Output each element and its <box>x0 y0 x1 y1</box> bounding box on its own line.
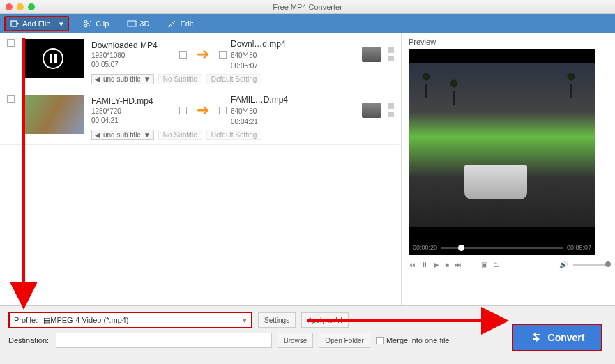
profile-label: Profile: <box>14 316 38 324</box>
mid-checkbox[interactable] <box>179 51 187 59</box>
add-file-button[interactable]: Add File ▾ <box>4 16 69 31</box>
subtitle-option[interactable]: No Subtitle <box>158 74 202 84</box>
main-toolbar: Add File ▾ Clip 3D Edit <box>0 14 615 33</box>
volume-slider[interactable] <box>573 264 608 266</box>
preview-label: Preview <box>409 38 608 46</box>
move-up-icon[interactable] <box>388 47 394 53</box>
video-thumbnail[interactable] <box>22 95 84 134</box>
convert-icon <box>530 331 542 345</box>
window-controls <box>6 3 35 10</box>
arrow-right-icon: ➔ <box>197 101 209 119</box>
input-filename: FAMILY-HD.mp4 <box>91 96 175 106</box>
add-file-icon <box>10 19 20 29</box>
subtitle-option[interactable]: No Subtitle <box>158 130 202 140</box>
file-list: Downloaded MP4 1920*1080 00:05:07 ➔ Down… <box>0 33 402 305</box>
svg-rect-3 <box>128 21 136 26</box>
threed-icon <box>127 19 137 29</box>
output-filename: Downl…d.mp4 <box>231 39 314 49</box>
mid-checkbox[interactable] <box>179 107 187 114</box>
scissors-icon <box>83 19 93 29</box>
item-checkbox[interactable] <box>7 39 15 47</box>
input-resolution: 1920*1080 <box>91 52 175 59</box>
mid-checkbox[interactable] <box>219 51 227 59</box>
output-duration: 00:05:07 <box>231 62 314 70</box>
maximize-icon[interactable] <box>28 3 35 10</box>
list-item[interactable]: FAMILY-HD.mp4 1280*720 00:04:21 ➔ FAMIL…… <box>0 89 401 145</box>
edit-button[interactable]: Edit <box>163 16 197 31</box>
settings-button[interactable]: Settings <box>258 312 296 328</box>
clip-button[interactable]: Clip <box>79 16 113 31</box>
output-filename: FAMIL…D.mp4 <box>231 95 314 105</box>
profile-format-icon: ▤ <box>43 316 50 325</box>
arrow-right-icon: ➔ <box>197 45 209 63</box>
snapshot-icon[interactable]: ▣ <box>481 261 487 268</box>
preview-video[interactable]: 00:00:20 00:05:07 <box>409 49 595 255</box>
output-resolution: 640*480 <box>231 107 314 115</box>
move-up-icon[interactable] <box>388 103 394 109</box>
input-duration: 00:04:21 <box>91 116 175 124</box>
subtitle-dropdown[interactable]: ◀ und sub title ▼ <box>91 74 154 84</box>
format-icon[interactable] <box>362 47 381 62</box>
chevron-down-icon: ▾ <box>243 316 247 325</box>
profile-dropdown[interactable]: Profile: ▤ MPEG-4 Video (*.mp4) ▾ <box>8 312 252 328</box>
svg-rect-0 <box>11 21 17 26</box>
open-folder-button[interactable]: Open Folder <box>319 333 370 348</box>
input-filename: Downloaded MP4 <box>91 40 175 50</box>
preview-panel: Preview 00:00:20 00:05:07 ⏮ ⏸ ▶ ■ ⏭ ▣ 🗀 <box>402 33 615 305</box>
threed-button[interactable]: 3D <box>123 16 153 31</box>
minimize-icon[interactable] <box>17 3 24 10</box>
add-file-dropdown-icon[interactable]: ▾ <box>56 20 63 29</box>
merge-label: Merge into one file <box>386 336 450 344</box>
merge-checkbox[interactable] <box>376 337 384 344</box>
edit-label: Edit <box>180 20 193 28</box>
video-thumbnail[interactable] <box>22 39 84 78</box>
apply-all-button[interactable]: Apply to All <box>301 312 348 328</box>
close-icon[interactable] <box>6 3 13 10</box>
output-resolution: 640*480 <box>231 52 314 59</box>
browse-button[interactable]: Browse <box>278 333 313 348</box>
add-file-label: Add File <box>22 20 50 28</box>
item-checkbox[interactable] <box>7 95 15 103</box>
subtitle-dropdown[interactable]: ◀ und sub title ▼ <box>91 130 154 140</box>
preview-slider[interactable] <box>441 247 563 249</box>
setting-option[interactable]: Default Setting <box>206 74 262 84</box>
svg-point-2 <box>84 24 87 27</box>
mid-checkbox[interactable] <box>219 107 227 114</box>
input-duration: 00:05:07 <box>91 61 175 68</box>
destination-label: Destination: <box>8 336 50 344</box>
window-titlebar: Free MP4 Converter <box>0 0 615 14</box>
pause-control-icon[interactable]: ⏸ <box>421 261 428 268</box>
edit-icon <box>167 19 177 29</box>
convert-label: Convert <box>548 332 585 343</box>
move-down-icon[interactable] <box>388 56 394 61</box>
play-control-icon[interactable]: ▶ <box>434 261 439 268</box>
destination-input[interactable] <box>56 333 272 348</box>
prev-frame-icon[interactable]: ⏮ <box>409 261 416 268</box>
setting-option[interactable]: Default Setting <box>206 130 262 140</box>
convert-button[interactable]: Convert <box>512 324 602 351</box>
volume-icon[interactable]: 🔊 <box>559 261 568 268</box>
folder-icon[interactable]: 🗀 <box>493 261 500 268</box>
clip-label: Clip <box>96 20 109 28</box>
output-duration: 00:04:21 <box>231 118 314 126</box>
window-title: Free MP4 Converter <box>40 3 575 11</box>
list-item[interactable]: Downloaded MP4 1920*1080 00:05:07 ➔ Down… <box>0 33 401 89</box>
format-icon[interactable] <box>362 103 381 118</box>
next-frame-icon[interactable]: ⏭ <box>455 261 462 268</box>
preview-time-total: 00:05:07 <box>567 244 591 251</box>
svg-point-1 <box>84 20 87 23</box>
move-down-icon[interactable] <box>388 112 394 117</box>
input-resolution: 1280*720 <box>91 107 175 115</box>
preview-time-current: 00:00:20 <box>413 244 437 251</box>
stop-control-icon[interactable]: ■ <box>445 261 449 268</box>
pause-icon <box>43 48 63 69</box>
profile-value: MPEG-4 Video (*.mp4) <box>50 316 243 324</box>
threed-label: 3D <box>139 20 149 28</box>
